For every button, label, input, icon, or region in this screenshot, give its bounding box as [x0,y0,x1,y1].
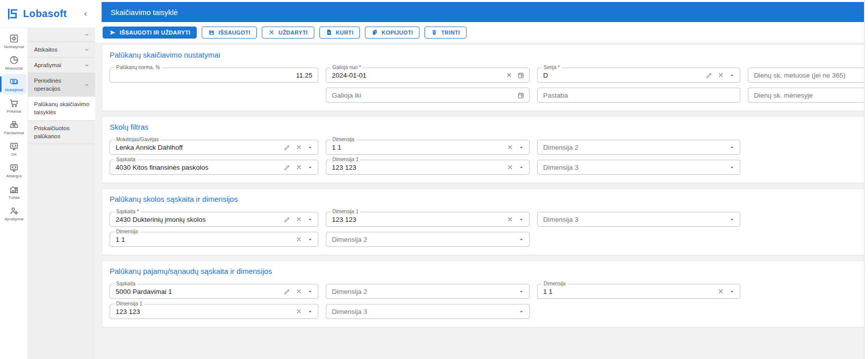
cart-icon [9,98,19,108]
rail-item-mokesciai[interactable]: Mokesčiai [2,53,27,73]
scrollbar-gutter[interactable] [864,0,868,359]
dropdown-icon[interactable] [729,216,735,223]
interest-rate-field[interactable]: Palūkanų norma, %11.25 [110,68,318,83]
interest-debt-dimension-1-field[interactable]: Dimensija 1123 123 [326,212,530,227]
dropdown-icon[interactable] [729,72,735,79]
income-expense-dimension-3-field[interactable]: Dimensija 3 [326,304,530,319]
field-icons [283,288,313,295]
interest-debt-dimension-3-field[interactable]: Dimensija 3 [537,212,740,227]
dropdown-icon[interactable] [518,144,525,151]
dropdown-icon[interactable] [518,164,525,171]
clear-icon[interactable] [507,164,514,171]
submenu-item-palukanu-skaiciavimo-taisykles[interactable]: Palūkanų skaičiavimo taisyklės [28,97,95,120]
clear-icon[interactable] [295,308,302,315]
save-and-close-button[interactable]: IŠSAUGOTI IR UŽDARYTI [103,27,197,39]
rail-item-dk[interactable]: DK [2,139,27,159]
debt-dimension-field[interactable]: Dimensija1 1 [326,140,530,155]
rail-item-label: Aprašymai [5,217,24,221]
field-value: D [543,72,702,79]
calendar-icon[interactable] [517,92,525,99]
field-icons [729,216,735,223]
dropdown-icon[interactable] [307,288,313,295]
collapse-left-icon[interactable] [81,10,90,19]
interest-debt-dimension-2-field[interactable]: Dimensija 2 [326,232,530,247]
field-icons [729,144,735,151]
clear-icon[interactable] [507,144,514,151]
dropdown-icon[interactable] [729,144,735,151]
clear-icon[interactable] [717,288,724,295]
submenu-item-atskaitos[interactable]: Atskaitos [28,42,95,58]
clear-icon[interactable] [506,72,513,79]
rail-item-mokejimai[interactable]: Mokėjimai [2,74,27,94]
debt-dimension-1-field[interactable]: Dimensija 1123 123 [326,160,530,175]
clear-icon[interactable] [295,164,302,171]
button-label: IŠSAUGOTI IR UŽDARYTI [120,30,190,36]
income-expense-account-field[interactable]: Sąskaita5000 Pardavimai 1 [110,284,318,299]
dropdown-icon[interactable] [729,164,735,171]
income-expense-dimension-1-field[interactable]: Dimensija 1123 123 [110,304,318,319]
debt-dimension-3-field[interactable]: Dimensija 3 [537,160,740,175]
delete-button[interactable]: TRINTI [424,27,467,39]
rail-item-turtas[interactable]: Turtas [2,182,27,202]
edit-icon[interactable] [283,144,291,151]
submenu-item-aprasymai[interactable]: Aprašymai [28,58,95,73]
submenu-item-group-top[interactable] [28,28,95,42]
edit-icon[interactable] [283,216,291,223]
dropdown-icon[interactable] [518,288,525,295]
field-value: 1 1 [332,144,504,151]
submenu-item-periodines-operacijos[interactable]: Periodinės operacijos [28,73,95,97]
rail-item-label: DK [11,152,17,157]
income-expense-dimension-2-field[interactable]: Dimensija 2 [326,284,530,299]
dropdown-icon[interactable] [307,216,313,223]
clear-icon[interactable] [295,288,302,295]
save-button[interactable]: IŠSAUGOTI [202,27,257,39]
close-button[interactable]: UŽDARYTI [262,27,314,39]
dropdown-icon[interactable] [518,236,525,243]
appbar: Skaičiavimo taisyklė [102,2,864,22]
dropdown-icon[interactable] [307,236,313,243]
series-field[interactable]: Serija *D [537,68,740,83]
clear-icon[interactable] [717,72,724,79]
note-field[interactable]: Pastaba [537,88,740,103]
days-in-year-field[interactable]: Dienų sk. metuose (jei ne 365) [748,68,864,83]
rail-item-atsargos[interactable]: Atsargos [2,160,27,180]
clear-icon[interactable] [295,236,302,243]
submenu-item-priskaiciuotos-palukanos[interactable]: Priskaičiuotos palūkanos [28,121,95,144]
calendar-icon[interactable] [517,72,525,79]
settings-icon [9,34,19,44]
clear-icon[interactable] [295,216,302,223]
valid-to-field[interactable]: Galioja iki [326,88,530,103]
income-expense-dimension-field[interactable]: Dimensija1 1 [537,284,740,299]
field-icons [295,308,313,315]
edit-icon[interactable] [705,72,713,79]
days-in-month-field[interactable]: Dienų sk. mėnesyje [748,88,864,103]
dropdown-icon[interactable] [307,164,313,171]
dropdown-icon[interactable] [729,288,735,295]
interest-debt-account-field[interactable]: Sąskaita *2430 Dukterinių įmonių skolos [110,212,318,227]
dropdown-icon[interactable] [518,216,525,223]
chevron-down-icon [84,32,90,38]
rail-item-pardavimai[interactable]: Pardavimai [2,117,27,137]
create-button[interactable]: KURTI [319,27,360,39]
debt-account-field[interactable]: Sąskaita4030 Kitos finansinės paskolos [110,160,318,175]
dropdown-icon[interactable] [307,144,313,151]
dropdown-icon[interactable] [518,308,525,315]
field-placeholder: Dimensija 2 [543,144,726,151]
payer-receiver-field[interactable]: Mokėtojas/GavėjasLenka Annick Dahlhoff [110,140,318,155]
submenu-item-label: Aprašymai [34,61,81,69]
clear-icon[interactable] [507,216,514,223]
debt-dimension-2-field[interactable]: Dimensija 2 [537,140,740,155]
clear-icon[interactable] [295,144,302,151]
rail-item-pirkimai[interactable]: Pirkimai [2,96,27,116]
rail-item-nustatymai[interactable]: Nustatymai [2,31,27,51]
edit-icon[interactable] [283,288,291,295]
valid-from-field[interactable]: Galioja nuo *2024-01-01 [326,68,530,83]
form-content: Palūkanų skaičiavimo nustatymaiPalūkanų … [95,43,864,359]
field-icons [518,308,525,315]
edit-icon[interactable] [283,164,291,171]
interest-debt-dimension-field[interactable]: Dimensija1 1 [110,232,318,247]
rail-item-aprasymai[interactable]: Aprašymai [2,203,27,223]
dropdown-icon[interactable] [307,308,313,315]
button-label: TRINTI [441,30,460,36]
copy-button[interactable]: KOPIJUOTI [365,27,419,39]
